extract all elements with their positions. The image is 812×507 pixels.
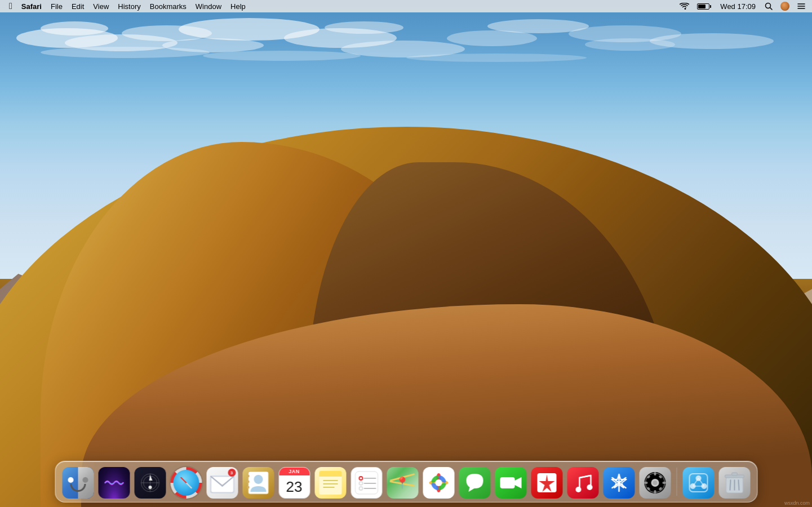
- svg-point-61: [653, 481, 657, 485]
- svg-rect-54: [662, 482, 665, 484]
- svg-rect-16: [247, 486, 249, 488]
- music-svg: [573, 472, 593, 493]
- clock-display[interactable]: Wed 17:09: [717, 0, 759, 12]
- svg-line-67: [698, 478, 704, 486]
- news-icon: [531, 467, 562, 499]
- messages-svg: [464, 473, 485, 493]
- dock-item-launchpad[interactable]: [133, 465, 167, 499]
- svg-rect-14: [247, 475, 249, 477]
- dock: 3 JAN: [55, 461, 757, 502]
- mail-icon: 3: [206, 467, 238, 499]
- dock-container: 3 JAN: [55, 461, 757, 502]
- dock-item-mail[interactable]: 3: [205, 465, 239, 499]
- menu-edit[interactable]: Edit: [67, 0, 88, 12]
- dock-item-music[interactable]: [566, 465, 600, 499]
- contacts-svg: [247, 470, 269, 495]
- sysprefs-icon: [639, 467, 671, 499]
- notes-svg: [318, 470, 342, 495]
- mail-badge: 3: [228, 469, 236, 477]
- notes-icon: [314, 467, 346, 499]
- sysprefs-svg: [643, 471, 667, 495]
- launchpad-svg: [140, 473, 160, 493]
- wifi-icon: [680, 3, 689, 10]
- dock-item-maps[interactable]: 📍: [385, 465, 419, 499]
- reminders-svg: [354, 470, 379, 495]
- dock-item-sysprefs[interactable]: [638, 465, 672, 499]
- dock-item-siri[interactable]: [97, 465, 131, 499]
- facetime-icon: [495, 467, 526, 499]
- notification-center-icon[interactable]: [795, 0, 807, 12]
- dock-item-appstore[interactable]: [602, 465, 636, 499]
- siri-waves-svg: [104, 477, 124, 488]
- apple-menu[interactable]: : [5, 0, 17, 12]
- reminders-icon: [350, 467, 382, 499]
- photos-icon: [423, 467, 454, 499]
- battery-body: [697, 3, 709, 10]
- svg-rect-39: [500, 477, 514, 488]
- svg-rect-71: [731, 473, 737, 475]
- user-avatar: [780, 2, 789, 11]
- maps-icon: 📍: [387, 467, 418, 499]
- dock-item-photos[interactable]: [421, 465, 455, 499]
- list-icon: [797, 3, 805, 10]
- wifi-status[interactable]: [677, 0, 691, 12]
- menu-window[interactable]: Window: [191, 0, 226, 12]
- dock-item-trash[interactable]: [717, 465, 751, 499]
- svg-rect-19: [319, 475, 341, 477]
- dock-item-facetime[interactable]: [494, 465, 527, 499]
- safari-icon: [170, 467, 202, 499]
- spotlight-icon[interactable]: [762, 0, 775, 12]
- launchpad-icon: [134, 467, 166, 499]
- dock-separator: [676, 468, 677, 496]
- trash-icon: [718, 467, 750, 499]
- search-icon: [765, 2, 773, 10]
- dock-item-notes[interactable]: [313, 465, 347, 499]
- appstore-icon: [603, 467, 634, 499]
- calendar-day: 23: [279, 475, 309, 498]
- trash-svg: [724, 470, 745, 495]
- watermark: wsxdn.com: [784, 500, 810, 506]
- safari-needle: [180, 477, 192, 488]
- dock-item-contacts[interactable]: [241, 465, 275, 499]
- menu-view[interactable]: View: [88, 0, 113, 12]
- menu-bookmarks[interactable]: Bookmarks: [145, 0, 191, 12]
- downloads-icon: [682, 467, 714, 499]
- menu-history[interactable]: History: [113, 0, 145, 12]
- svg-line-66: [693, 478, 698, 486]
- menu-help[interactable]: Help: [226, 0, 250, 12]
- svg-marker-40: [514, 477, 521, 488]
- menubar-left:  Safari File Edit View History Bookmark…: [5, 0, 677, 12]
- dock-item-reminders[interactable]: [349, 465, 383, 499]
- facetime-svg: [499, 475, 522, 491]
- svg-line-43: [579, 475, 591, 478]
- desktop:  Safari File Edit View History Bookmark…: [0, 0, 812, 507]
- dock-item-news[interactable]: [530, 465, 563, 499]
- menubar:  Safari File Edit View History Bookmark…: [0, 0, 812, 12]
- maps-pin: 📍: [396, 476, 410, 490]
- finder-eye-right: [82, 477, 88, 483]
- battery-fill: [698, 5, 705, 8]
- svg-point-13: [254, 475, 263, 484]
- battery-tip: [710, 5, 711, 8]
- svg-line-72: [730, 480, 730, 490]
- user-profile-icon[interactable]: [778, 0, 792, 12]
- dock-item-downloads[interactable]: [681, 465, 715, 499]
- dock-item-finder[interactable]: [61, 465, 95, 499]
- dock-item-messages[interactable]: [458, 465, 491, 499]
- desktop-clouds: [0, 15, 812, 142]
- svg-point-9: [148, 486, 152, 489]
- svg-point-38: [435, 479, 442, 486]
- safari-compass: [173, 470, 199, 496]
- dock-item-calendar[interactable]: JAN 23: [277, 465, 311, 499]
- menu-file[interactable]: File: [46, 0, 67, 12]
- calendar-icon: JAN 23: [278, 467, 310, 499]
- dock-item-safari[interactable]: [169, 465, 203, 499]
- app-name-menu[interactable]: Safari: [17, 0, 46, 12]
- menubar-right: Wed 17:09: [677, 0, 807, 12]
- svg-rect-53: [644, 482, 647, 484]
- battery-status[interactable]: [695, 0, 713, 12]
- svg-point-45: [587, 484, 592, 490]
- svg-line-74: [738, 480, 739, 490]
- finder-eye-left: [68, 477, 73, 483]
- news-svg: [536, 472, 557, 493]
